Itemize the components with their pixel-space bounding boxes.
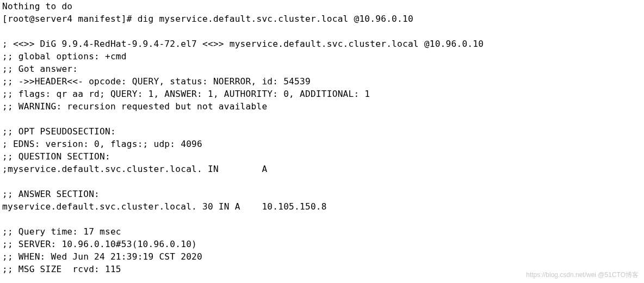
output-line: ;; ANSWER SECTION:	[2, 189, 100, 199]
output-line: ;; WARNING: recursion requested but not …	[2, 101, 267, 112]
output-line: ;; WHEN: Wed Jun 24 21:39:19 CST 2020	[2, 251, 202, 262]
output-line: ;; flags: qr aa rd; QUERY: 1, ANSWER: 1,…	[2, 89, 370, 99]
output-line: ;; QUESTION SECTION:	[2, 151, 110, 162]
output-line: ;; SERVER: 10.96.0.10#53(10.96.0.10)	[2, 239, 197, 249]
output-line: ;; global options: +cmd	[2, 51, 127, 61]
output-line: ;; Got answer:	[2, 64, 78, 74]
prompt-line: [root@server4 manifest]# dig myservice.d…	[2, 14, 413, 24]
output-line: ;; OPT PSEUDOSECTION:	[2, 126, 116, 137]
output-line: ;; Query time: 17 msec	[2, 226, 121, 237]
output-line: ; EDNS: version: 0, flags:; udp: 4096	[2, 139, 202, 149]
output-line: Nothing to do	[2, 1, 72, 11]
output-line: ;myservice.default.svc.cluster.local. IN…	[2, 164, 267, 174]
output-line: myservice.default.svc.cluster.local. 30 …	[2, 201, 327, 212]
output-line: ; <<>> DiG 9.9.4-RedHat-9.9.4-72.el7 <<>…	[2, 39, 484, 49]
output-line: ;; ->>HEADER<<- opcode: QUERY, status: N…	[2, 76, 311, 87]
output-line: ;; MSG SIZE rcvd: 115	[2, 264, 121, 274]
terminal-output[interactable]: Nothing to do [root@server4 manifest]# d…	[0, 0, 644, 275]
